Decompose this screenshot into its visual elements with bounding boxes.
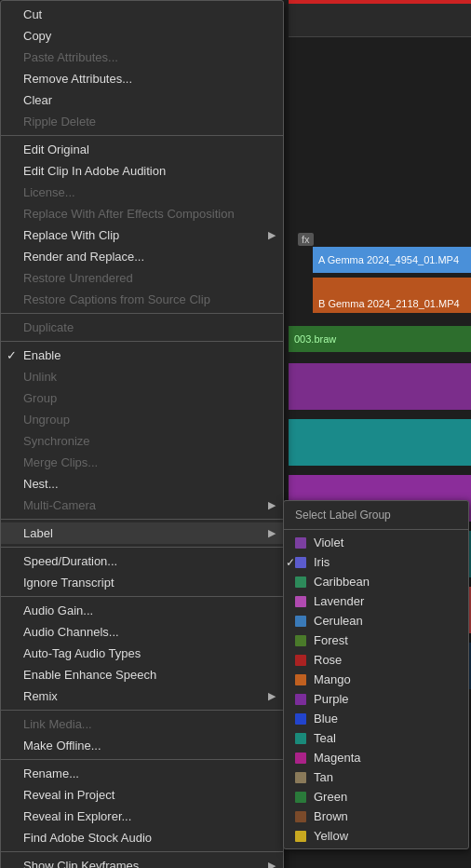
menu-item-multi-camera: Multi-Camera▶ <box>1 495 283 516</box>
menu-item-label[interactable]: Label▶ <box>1 522 283 544</box>
menu-label-render-replace: Render and Replace... <box>23 250 144 264</box>
menu-item-rename[interactable]: Rename... <box>1 763 283 784</box>
menu-item-enable[interactable]: Enable <box>1 345 283 366</box>
menu-label-link-media: Link Media... <box>23 717 92 731</box>
color-swatch-brown <box>295 811 306 822</box>
purple-track-1 <box>289 363 471 410</box>
menu-item-clear[interactable]: Clear <box>1 89 283 111</box>
menu-item-link-media: Link Media... <box>1 713 283 735</box>
menu-label-label: Label <box>23 526 53 540</box>
menu-separator-28 <box>1 547 283 548</box>
label-text-blue: Blue <box>314 712 338 726</box>
menu-label-nest: Nest... <box>23 477 59 491</box>
label-item-teal[interactable]: Teal <box>284 728 468 748</box>
menu-item-replace-with-clip[interactable]: Replace With Clip▶ <box>1 224 283 246</box>
label-item-blue[interactable]: Blue <box>284 709 468 728</box>
color-swatch-cerulean <box>295 616 306 627</box>
color-swatch-violet <box>295 537 306 549</box>
menu-separator-31 <box>1 596 283 597</box>
menu-label-edit-original: Edit Original <box>23 142 89 156</box>
label-text-tan: Tan <box>314 770 333 784</box>
label-submenu: Select Label Group VioletIrisCaribbeanLa… <box>283 500 469 849</box>
label-text-cerulean: Cerulean <box>314 614 363 628</box>
label-item-brown[interactable]: Brown <box>284 807 468 826</box>
color-swatch-iris <box>295 557 306 568</box>
label-item-cerulean[interactable]: Cerulean <box>284 611 468 631</box>
menu-item-reveal-explorer[interactable]: Reveal in Explorer... <box>1 806 283 827</box>
arrow-icon-multi-camera: ▶ <box>268 499 276 511</box>
label-item-forest[interactable]: Forest <box>284 631 468 650</box>
arrow-icon-show-clip-keyframes: ▶ <box>268 860 276 868</box>
menu-item-make-offline[interactable]: Make Offline... <box>1 735 283 756</box>
label-text-mango: Mango <box>314 672 351 686</box>
menu-item-audio-channels[interactable]: Audio Channels... <box>1 621 283 643</box>
menu-label-remix: Remix <box>23 689 58 703</box>
menu-label-license: License... <box>23 185 75 199</box>
menu-label-copy: Copy <box>23 29 51 43</box>
menu-item-nest[interactable]: Nest... <box>1 473 283 495</box>
menu-label-auto-tag-audio: Auto-Tag Audio Types <box>23 646 141 660</box>
menu-item-ripple-delete: Ripple Delete <box>1 111 283 132</box>
menu-separator-17 <box>1 341 283 342</box>
playhead-bar <box>289 0 471 4</box>
menu-item-audio-gain[interactable]: Audio Gain... <box>1 600 283 621</box>
menu-item-merge-clips: Merge Clips... <box>1 452 283 473</box>
color-swatch-green <box>295 792 306 803</box>
label-item-caribbean[interactable]: Caribbean <box>284 572 468 591</box>
menu-separator-37 <box>1 710 283 711</box>
label-item-tan[interactable]: Tan <box>284 767 468 787</box>
menu-item-enable-enhance[interactable]: Enable Enhance Speech <box>1 664 283 685</box>
menu-label-make-offline: Make Offline... <box>23 739 101 753</box>
label-item-iris[interactable]: Iris <box>284 552 468 572</box>
menu-item-edit-original[interactable]: Edit Original <box>1 139 283 160</box>
label-text-magenta: Magenta <box>314 751 361 765</box>
menu-item-copy[interactable]: Copy <box>1 25 283 47</box>
menu-item-remove-attributes[interactable]: Remove Attributes... <box>1 68 283 89</box>
menu-separator-6 <box>1 135 283 136</box>
label-item-purple[interactable]: Purple <box>284 689 468 709</box>
menu-label-clear: Clear <box>23 93 52 107</box>
menu-item-reveal-project[interactable]: Reveal in Project <box>1 784 283 806</box>
color-swatch-teal <box>295 733 306 744</box>
label-item-green[interactable]: Green <box>284 787 468 807</box>
menu-item-paste-attributes: Paste Attributes... <box>1 47 283 68</box>
menu-item-cut[interactable]: Cut <box>1 4 283 25</box>
color-swatch-magenta <box>295 753 306 764</box>
arrow-icon-label: ▶ <box>268 527 276 539</box>
teal-track-1 <box>289 419 471 466</box>
menu-label-rename: Rename... <box>23 766 79 780</box>
color-swatch-lavender <box>295 596 306 607</box>
menu-item-speed-duration[interactable]: Speed/Duration... <box>1 550 283 572</box>
menu-item-find-adobe-stock[interactable]: Find Adobe Stock Audio <box>1 827 283 848</box>
color-swatch-tan <box>295 772 306 783</box>
menu-label-show-clip-keyframes: Show Clip Keyframes <box>23 859 139 868</box>
menu-item-remix[interactable]: Remix▶ <box>1 685 283 707</box>
label-item-magenta[interactable]: Magenta <box>284 748 468 767</box>
fx-badge: fx <box>298 233 314 246</box>
menu-item-replace-after-effects: Replace With After Effects Composition <box>1 203 283 224</box>
color-swatch-caribbean <box>295 576 306 588</box>
label-text-teal: Teal <box>314 731 336 745</box>
menu-label-cut: Cut <box>23 7 42 21</box>
menu-item-restore-captions: Restore Captions from Source Clip <box>1 289 283 310</box>
menu-label-audio-channels: Audio Channels... <box>23 625 119 639</box>
label-item-rose[interactable]: Rose <box>284 650 468 670</box>
menu-item-restore-unrendered: Restore Unrendered <box>1 267 283 289</box>
label-item-mango[interactable]: Mango <box>284 670 468 689</box>
menu-item-show-clip-keyframes[interactable]: Show Clip Keyframes▶ <box>1 855 283 868</box>
label-text-iris: Iris <box>314 555 330 569</box>
label-group-header: Select Label Group <box>284 504 468 526</box>
label-item-violet[interactable]: Violet <box>284 533 468 552</box>
menu-label-remove-attributes: Remove Attributes... <box>23 72 132 86</box>
menu-label-reveal-project: Reveal in Project <box>23 788 114 802</box>
menu-item-ignore-transcript[interactable]: Ignore Transcript <box>1 572 283 593</box>
menu-label-replace-with-clip: Replace With Clip <box>23 228 119 242</box>
menu-item-edit-clip-audition[interactable]: Edit Clip In Adobe Audition <box>1 160 283 182</box>
menu-item-auto-tag-audio[interactable]: Auto-Tag Audio Types <box>1 643 283 664</box>
menu-label-reveal-explorer: Reveal in Explorer... <box>23 809 131 823</box>
clip-a: A Gemma 2024_4954_01.MP4 <box>313 247 471 273</box>
menu-item-render-replace[interactable]: Render and Replace... <box>1 246 283 267</box>
label-item-yellow[interactable]: Yellow <box>284 826 468 846</box>
menu-label-restore-captions: Restore Captions from Source Clip <box>23 292 210 306</box>
label-item-lavender[interactable]: Lavender <box>284 591 468 611</box>
